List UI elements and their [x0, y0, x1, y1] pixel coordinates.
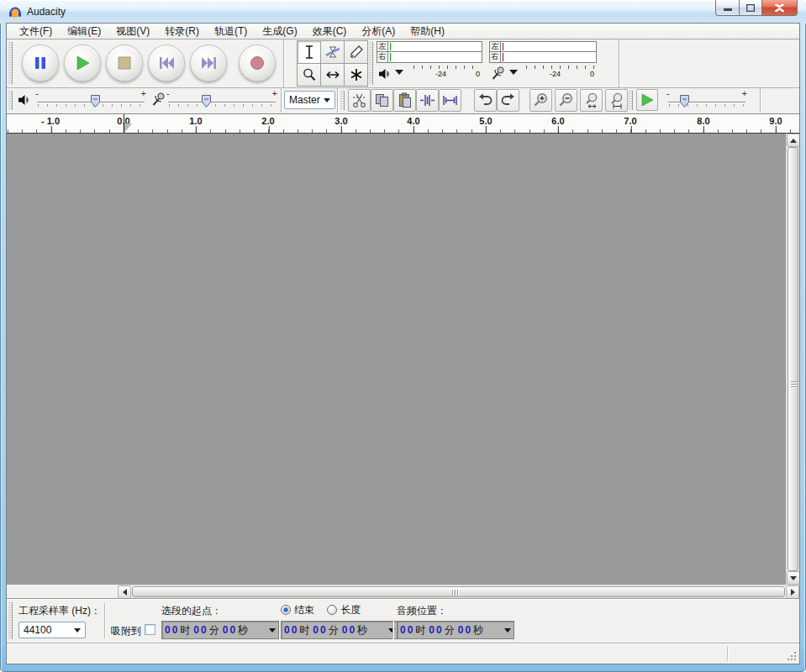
minimize-button[interactable] — [715, 0, 740, 16]
status-bar-separator — [727, 646, 728, 661]
chevron-down-icon — [74, 628, 81, 633]
menu-help[interactable]: 帮助(H) — [403, 24, 452, 39]
playback-volume-slider[interactable]: - + — [35, 89, 146, 112]
recording-meter-dropdown[interactable] — [509, 70, 518, 75]
multi-tool-button[interactable] — [344, 63, 368, 87]
menu-file[interactable]: 文件(F) — [12, 24, 60, 39]
play-button[interactable] — [64, 45, 101, 81]
project-rate-select[interactable]: 44100 — [18, 622, 86, 638]
time-seconds[interactable]: 00 — [223, 624, 237, 636]
menu-effect[interactable]: 效果(C) — [305, 24, 355, 39]
menu-view[interactable]: 视图(V) — [108, 24, 157, 39]
time-minutes[interactable]: 00 — [429, 624, 443, 636]
menu-generate[interactable]: 生成(G) — [255, 24, 304, 39]
fast-forward-button[interactable] — [190, 45, 227, 81]
meter-toolbar-grip[interactable] — [369, 42, 373, 85]
zoom-in-button[interactable] — [529, 89, 552, 112]
paste-button[interactable] — [393, 89, 416, 112]
fit-project-button[interactable] — [605, 89, 628, 112]
audio-position-timefield[interactable]: 00时 00分 00秒 — [397, 621, 514, 639]
selection-toolbar-grip[interactable] — [8, 602, 13, 639]
zoom-tool-button[interactable] — [297, 63, 321, 87]
output-device-select[interactable]: Master — [284, 91, 335, 109]
selection-start-timefield[interactable]: 00时 00分 00秒 — [161, 621, 279, 639]
playback-speed-slider[interactable]: - + — [666, 89, 747, 112]
playback-meter-dropdown[interactable] — [395, 70, 403, 75]
radio-length-label[interactable]: 长度 — [340, 604, 361, 616]
menu-edit[interactable]: 编辑(E) — [60, 24, 108, 39]
transcription-toolbar-grip[interactable] — [629, 91, 633, 110]
record-button[interactable] — [239, 45, 276, 81]
timefield-dropdown-icon[interactable] — [504, 628, 511, 633]
time-minutes[interactable]: 00 — [193, 624, 208, 636]
radio-length[interactable] — [327, 605, 337, 615]
pause-button[interactable] — [22, 45, 59, 81]
playback-meter[interactable]: 左 右 -24 0 — [377, 41, 482, 85]
redo-button[interactable] — [497, 89, 519, 112]
selection-end-timefield[interactable]: 00时 00分 00秒 — [281, 621, 398, 639]
menu-tracks[interactable]: 轨道(T) — [207, 24, 255, 39]
edit-toolbar-grip[interactable] — [340, 91, 345, 110]
rewind-button[interactable] — [148, 45, 185, 81]
trim-audio-button[interactable] — [416, 89, 439, 112]
zoom-out-button[interactable] — [555, 89, 577, 112]
fit-selection-button[interactable] — [580, 89, 603, 112]
menu-transport[interactable]: 转录(R) — [157, 24, 207, 39]
menu-analyze[interactable]: 分析(A) — [354, 24, 403, 39]
vertical-scrollbar[interactable] — [786, 134, 799, 585]
scroll-left-button[interactable] — [118, 585, 131, 599]
silence-audio-button[interactable] — [439, 89, 461, 112]
recording-meter-line — [503, 43, 503, 50]
timefield-dropdown-icon[interactable] — [388, 628, 395, 633]
scroll-right-button[interactable] — [786, 585, 799, 599]
radio-end-label[interactable]: 结束 — [294, 604, 314, 616]
time-seconds[interactable]: 00 — [342, 624, 356, 636]
redo-icon — [500, 92, 516, 108]
cut-button[interactable] — [348, 89, 371, 112]
horizontal-scrollbar-thumb[interactable] — [132, 586, 785, 597]
recording-meter[interactable]: 左 右 -24 — [489, 41, 597, 85]
transport-toolbar-grip[interactable] — [8, 42, 13, 85]
slider-thumb[interactable] — [202, 95, 211, 108]
scroll-up-button[interactable] — [787, 134, 799, 147]
stop-button[interactable] — [106, 45, 143, 81]
slider-thumb[interactable] — [680, 95, 689, 108]
title-bar[interactable]: Audacity — [0, 0, 806, 24]
maximize-button[interactable] — [740, 0, 762, 16]
resize-grip-icon[interactable] — [794, 659, 796, 660]
close-icon — [775, 4, 784, 12]
timefield-dropdown-icon[interactable] — [269, 628, 276, 633]
slider-thumb[interactable] — [91, 95, 100, 108]
ruler-label: 8.0 — [685, 116, 722, 126]
slider-plus-label: + — [272, 88, 277, 98]
arrow-down-icon — [790, 576, 797, 580]
slider-minus-label: - — [35, 88, 39, 98]
time-seconds[interactable]: 00 — [458, 624, 472, 636]
recording-volume-slider[interactable]: - + — [166, 89, 277, 112]
play-icon — [75, 55, 91, 71]
speaker-icon — [378, 68, 392, 80]
time-hours[interactable]: 00 — [165, 624, 179, 636]
play-at-speed-button[interactable] — [636, 89, 658, 111]
envelope-tool-button[interactable] — [320, 40, 345, 64]
radio-end[interactable] — [281, 605, 291, 615]
time-hours[interactable]: 00 — [400, 624, 414, 636]
copy-button[interactable] — [371, 89, 393, 112]
mixer-toolbar-grip[interactable] — [8, 91, 13, 110]
timeshift-tool-button[interactable] — [320, 63, 345, 87]
draw-tool-button[interactable] — [344, 40, 368, 64]
timeline-ruler[interactable]: - 1.0 0.0 1.0 2.0 3.0 4.0 5.0 6.0 7.0 8.… — [7, 113, 799, 134]
menu-bar: 文件(F) 编辑(E) 视图(V) 转录(R) 轨道(T) 生成(G) 效果(C… — [7, 24, 799, 39]
recording-meter-line — [503, 53, 503, 61]
undo-button[interactable] — [474, 89, 497, 112]
window-content: 文件(F) 编辑(E) 视图(V) 转录(R) 轨道(T) 生成(G) 效果(C… — [7, 24, 799, 664]
close-button[interactable] — [762, 0, 798, 16]
time-hours[interactable]: 00 — [284, 624, 298, 636]
time-minutes[interactable]: 00 — [313, 624, 327, 636]
selection-tool-button[interactable] — [297, 40, 321, 64]
vertical-scrollbar-thumb[interactable] — [788, 147, 798, 571]
horizontal-scrollbar[interactable] — [118, 585, 799, 598]
scroll-down-button[interactable] — [787, 571, 799, 585]
snap-to-checkbox[interactable] — [145, 624, 155, 635]
silence-icon — [442, 92, 458, 108]
